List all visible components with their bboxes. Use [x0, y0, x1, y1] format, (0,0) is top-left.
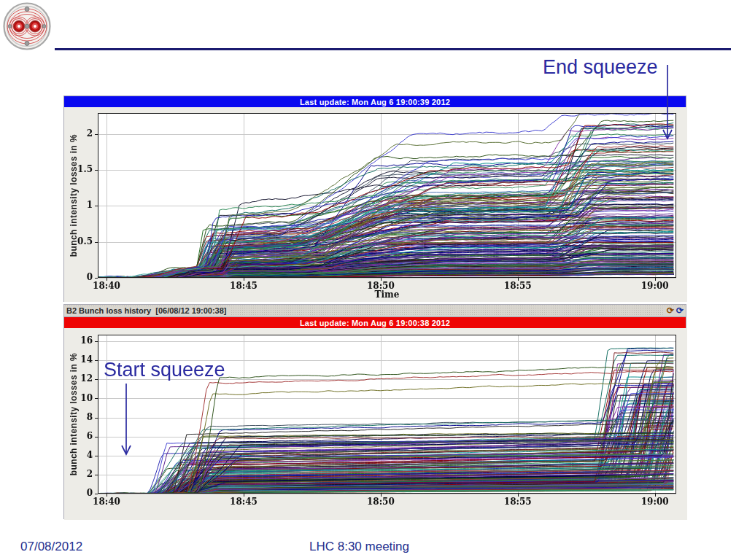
b2-window-toolbar: B2 Bunch loss history [06/08/12 19:00:38… — [63, 304, 686, 316]
b1-y-axis-label: bunch intensity losses in % — [68, 113, 80, 278]
b1-last-update-text: Last update: Mon Aug 6 19:00:39 2012 — [300, 98, 450, 106]
header-rule — [55, 48, 731, 50]
b1-titlebar: Last update: Mon Aug 6 19:00:39 2012 — [64, 96, 686, 107]
start-squeeze-label: Start squeeze — [104, 360, 225, 380]
end-squeeze-label: End squeeze — [543, 58, 658, 77]
refresh-icon[interactable]: ⟳ — [676, 306, 684, 315]
lhc-logo — [3, 2, 51, 50]
end-squeeze-arrow — [660, 62, 675, 142]
start-squeeze-arrow — [119, 382, 133, 458]
b2-titlebar: Last update: Mon Aug 6 19:00:38 2012 — [64, 317, 686, 328]
b2-loss-chart-canvas — [64, 328, 687, 520]
b2-loss-window: Last update: Mon Aug 6 19:00:38 2012 bun… — [63, 316, 686, 519]
slide-date: 07/08/2012 — [20, 540, 82, 554]
b2-last-update-text: Last update: Mon Aug 6 19:00:38 2012 — [300, 319, 450, 327]
b2-window-title: B2 Bunch loss history [06/08/12 19:00:38… — [64, 306, 231, 315]
b1-x-axis-label: Time — [98, 289, 676, 300]
b1-loss-window: Last update: Mon Aug 6 19:00:39 2012 bun… — [63, 96, 686, 302]
slide-title: LHC 8:30 meeting — [309, 540, 409, 554]
b1-loss-chart-canvas — [64, 107, 687, 302]
refresh-icon[interactable]: ⟳ — [667, 306, 674, 315]
b2-y-axis-label: bunch intensity losses in % — [68, 335, 80, 494]
